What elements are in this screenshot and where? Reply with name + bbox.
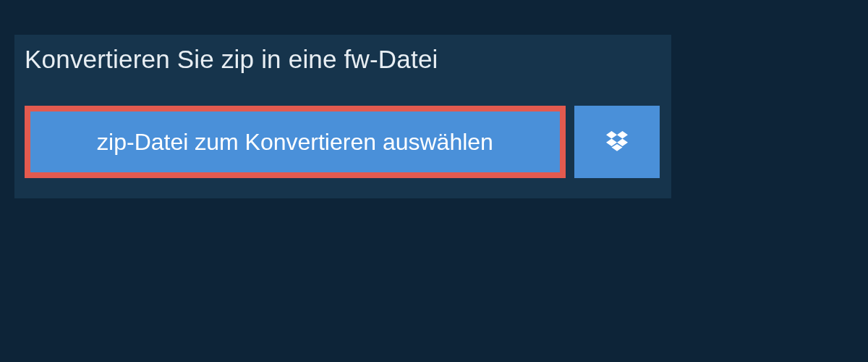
dropbox-button[interactable] xyxy=(574,106,660,178)
dropbox-icon xyxy=(604,129,630,155)
select-file-button[interactable]: zip-Datei zum Konvertieren auswählen xyxy=(25,106,566,178)
select-file-label: zip-Datei zum Konvertieren auswählen xyxy=(97,129,493,156)
converter-panel: Konvertieren Sie zip in eine fw-Datei zi… xyxy=(14,35,671,198)
page-title: Konvertieren Sie zip in eine fw-Datei xyxy=(25,45,438,74)
heading-container: Konvertieren Sie zip in eine fw-Datei xyxy=(14,35,454,85)
button-row: zip-Datei zum Konvertieren auswählen xyxy=(14,85,671,198)
